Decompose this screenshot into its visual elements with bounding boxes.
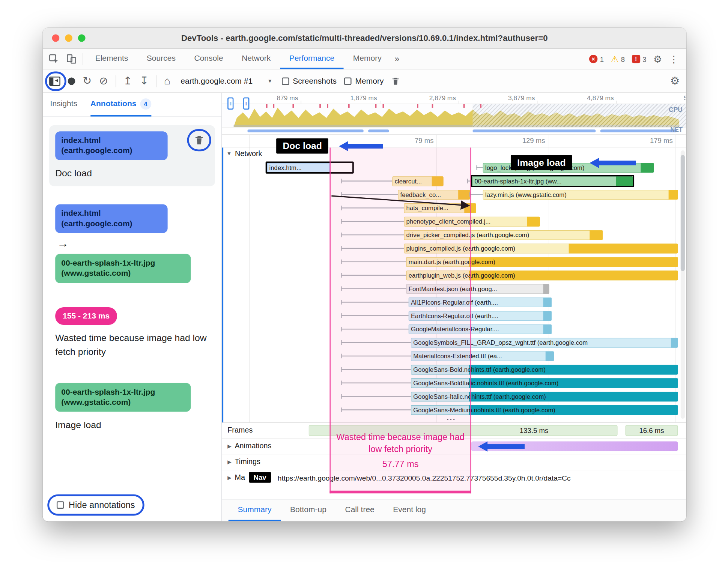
profile-select-value: earth.google.com #1 <box>180 77 253 86</box>
request-whisker-tick <box>341 260 342 264</box>
request-whisker-tick <box>341 179 342 183</box>
network-request-bar[interactable]: hats_compile... <box>404 203 476 213</box>
network-request-bar[interactable]: GoogleSymbols_FILL_GRAD_opsz_wght.ttf (e… <box>411 338 678 348</box>
annotation-pill[interactable]: index.html (earth.google.com) <box>55 131 167 160</box>
gear-icon[interactable]: ⚙ <box>653 54 662 64</box>
network-request-bar[interactable]: plugins_compiled.js (earth.google.com) <box>404 244 678 254</box>
tab-memory[interactable]: Memory <box>344 49 391 69</box>
tab-elements[interactable]: Elements <box>86 49 137 69</box>
issues-badge[interactable]: ! 3 <box>632 55 647 63</box>
insights-tab-label: Insights <box>50 99 77 109</box>
home-icon[interactable]: ⌂ <box>164 76 170 86</box>
tab-performance[interactable]: Performance <box>280 49 344 69</box>
detail-tab-event-log[interactable]: Event log <box>384 499 435 521</box>
kebab-menu-icon[interactable]: ⋮ <box>669 54 679 64</box>
annotation-pill[interactable]: 155 - 213 ms <box>55 307 117 325</box>
download-profile-icon[interactable]: ↧ <box>140 76 149 86</box>
hide-annotations-checkbox[interactable] <box>57 501 64 509</box>
hide-annotations-toggle[interactable]: Hide annotations <box>47 494 144 516</box>
network-request-bar[interactable]: MaterialIcons-Extended.ttf (ea... <box>411 352 554 361</box>
annotation-pill[interactable]: 00-earth-splash-1x-ltr.jpg (www.gstatic.… <box>55 254 191 283</box>
network-request-bar[interactable]: All1PIcons-Regular.otf (earth.... <box>409 298 552 307</box>
network-request-bar[interactable]: clearcut... <box>392 176 443 186</box>
network-request-bar[interactable]: index.htm... <box>267 163 329 173</box>
capture-settings-gear-icon[interactable]: ⚙ <box>670 76 680 86</box>
network-request-bar[interactable]: main.dart.js (earth.google.com) <box>406 257 678 267</box>
frame-duration-chip[interactable]: 133.5 ms <box>309 425 618 436</box>
minimap-left-handle[interactable]: ‖ <box>227 98 233 110</box>
annotation-pill[interactable]: 00-earth-splash-1x-ltr.jpg (www.gstatic.… <box>55 383 191 412</box>
network-request-bar[interactable]: 00-earth-splash-1x-ltr.jpg (ww... <box>472 176 633 186</box>
annotation-card[interactable]: index.html (earth.google.com)→00-earth-s… <box>49 198 215 289</box>
annotation-label: Doc load <box>55 166 209 180</box>
frames-track[interactable]: Frames 133.5 ms 16.6 ms <box>222 423 686 439</box>
screenshots-checkbox[interactable] <box>281 77 289 85</box>
error-badge[interactable]: × 1 <box>589 55 604 63</box>
minimap-right-handle[interactable]: ‖ <box>243 98 249 110</box>
record-button[interactable] <box>68 77 75 85</box>
collapse-triangle-icon[interactable]: ▼ <box>227 151 232 156</box>
disclosure-triangle-icon[interactable]: ▶ <box>227 475 231 481</box>
minimize-button[interactable] <box>65 35 72 42</box>
inspect-element-icon[interactable] <box>48 53 60 65</box>
detail-tab-call-tree[interactable]: Call tree <box>336 499 384 521</box>
request-whisker <box>341 248 404 249</box>
frame-duration-chip[interactable]: 16.6 ms <box>626 425 678 436</box>
warning-badge[interactable]: ⚠ 8 <box>611 54 625 63</box>
network-request-bar[interactable]: GoogleSans-Italic.nohints.ttf (earth.goo… <box>411 392 678 401</box>
error-icon: × <box>589 55 597 63</box>
tab-sources[interactable]: Sources <box>137 49 185 69</box>
annotation-card[interactable]: 00-earth-splash-1x-ltr.jpg (www.gstatic.… <box>49 377 215 437</box>
memory-checkbox-row[interactable]: Memory <box>344 77 384 86</box>
network-track-header[interactable]: ▼ Network <box>227 149 262 158</box>
tab-network[interactable]: Network <box>232 49 280 69</box>
device-toolbar-icon[interactable] <box>66 53 77 65</box>
request-whisker-tick <box>341 219 342 224</box>
request-label: feedback_co... <box>400 190 441 200</box>
zoom-button[interactable] <box>78 35 86 42</box>
network-request-bar[interactable]: GoogleSans-Bold.nohints.ttf (earth.googl… <box>411 365 678 374</box>
detail-tab-bottom-up[interactable]: Bottom-up <box>281 499 336 521</box>
profile-select[interactable]: earth.google.com #1 ▾ <box>178 77 274 86</box>
timeline-minimap[interactable]: 879 ms1,879 ms2,879 ms3,879 ms4,879 ms5,… <box>222 93 686 134</box>
close-button[interactable] <box>52 35 60 42</box>
disclosure-triangle-icon[interactable]: ▶ <box>227 459 231 465</box>
collect-garbage-icon[interactable] <box>391 77 400 86</box>
delete-annotation-button[interactable] <box>194 135 205 146</box>
timings-track[interactable]: ▶ Timings <box>222 454 686 470</box>
more-tabs-icon[interactable]: » <box>391 49 403 69</box>
network-request-bar[interactable]: EarthIcons-Regular.otf (earth.... <box>409 311 552 321</box>
screenshots-checkbox-row[interactable]: Screenshots <box>281 77 337 86</box>
memory-checkbox[interactable] <box>344 77 352 85</box>
minimap-tick <box>459 101 459 103</box>
tab-console[interactable]: Console <box>185 49 233 69</box>
annotation-card[interactable]: index.html (earth.google.com)Doc load <box>49 125 215 186</box>
toggle-sidebar-icon[interactable] <box>49 77 60 86</box>
network-request-bar[interactable]: earthplugin_web.js (earth.google.com) <box>406 270 678 280</box>
network-request-bar[interactable]: lazy.min.js (www.gstatic.com) <box>483 190 678 200</box>
request-active-segment <box>469 257 678 267</box>
annotation-pill[interactable]: index.html (earth.google.com) <box>55 204 167 233</box>
animations-track[interactable]: ▶ Animations <box>222 439 686 454</box>
minimap-cpu-chart[interactable] <box>222 104 686 127</box>
detail-tab-summary[interactable]: Summary <box>229 499 281 521</box>
clear-recording-icon[interactable]: ⊘ <box>99 76 108 86</box>
upload-profile-icon[interactable]: ↥ <box>123 76 132 86</box>
disclosure-triangle-icon[interactable]: ▶ <box>227 443 231 449</box>
more-requests-indicator[interactable]: ... <box>447 413 456 422</box>
main-track[interactable]: ▶ Ma Nav https://earth.google.com/web/0.… <box>222 470 686 486</box>
network-request-bar[interactable]: feedback_co... <box>398 190 470 200</box>
network-request-bar[interactable]: GoogleMaterialIcons-Regular.... <box>409 325 552 334</box>
network-scrollbar-thumb[interactable] <box>681 155 685 271</box>
minimap-net-strip <box>222 127 686 135</box>
reload-and-record-icon[interactable]: ↻ <box>83 76 92 86</box>
tab-annotations[interactable]: Annotations 4 <box>90 93 151 116</box>
tab-insights[interactable]: Insights <box>50 93 77 116</box>
network-request-bar[interactable]: GoogleSans-BoldItalic.nohints.ttf (earth… <box>411 378 678 388</box>
annotation-card[interactable]: 155 - 213 msWasted time because image ha… <box>49 301 215 365</box>
network-request-bar[interactable]: FontManifest.json (earth.goog... <box>406 284 549 294</box>
request-active-segment <box>543 298 552 307</box>
network-request-bar[interactable]: drive_picker_compiled.js (earth.google.c… <box>404 230 603 240</box>
network-request-bar[interactable]: phenotype_client_compiled.j... <box>404 217 540 227</box>
annotation-label: Image load <box>55 418 209 431</box>
